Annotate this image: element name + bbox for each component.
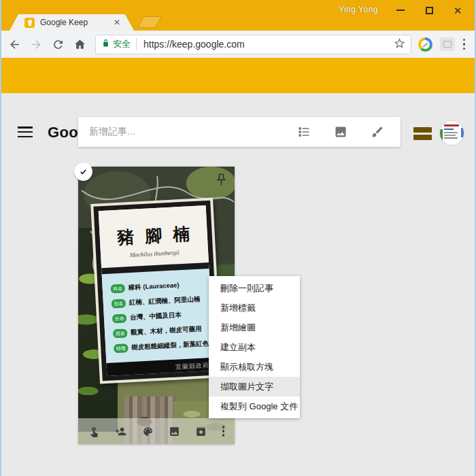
sign-badge: 特徵	[114, 343, 129, 353]
archive-button[interactable]	[195, 426, 207, 437]
keep-favicon-icon	[24, 18, 35, 28]
titlebar: Google Keep ✕ Ying Yong ✕	[1, 0, 475, 31]
maximize-icon	[426, 7, 433, 14]
home-button[interactable]	[71, 35, 88, 53]
reminder-button[interactable]	[88, 426, 100, 437]
tab-close-icon[interactable]: ✕	[114, 18, 120, 27]
menu-item-add-label[interactable]: 新增標籤	[209, 298, 300, 318]
back-icon	[8, 38, 21, 51]
tab-google-keep[interactable]: Google Keep ✕	[10, 14, 134, 31]
note-toolbar	[78, 418, 235, 444]
sign-text: 台灣、中國及日本	[130, 311, 182, 322]
omnibox-divider	[136, 38, 137, 50]
sign-badge: 別名	[112, 299, 126, 308]
sign-badge: 分布	[112, 313, 127, 323]
compose-bar[interactable]: 新增記事...	[78, 117, 401, 147]
sign-text: 觀賞、木材，樹皮可藥用	[131, 325, 202, 337]
window-controls: ✕	[386, 0, 472, 20]
minimize-icon	[396, 10, 405, 11]
sign-text: 樹皮粗糙細縱裂，新葉紅色	[131, 339, 209, 352]
new-tab-button[interactable]	[137, 16, 161, 28]
color-palette-button[interactable]	[142, 426, 154, 437]
address-bar[interactable]: 安全 https://keep.google.com	[95, 35, 411, 54]
browser-window: Google Keep ✕ Ying Yong ✕ 安全	[0, 0, 476, 476]
forward-icon	[30, 38, 43, 51]
reload-button[interactable]	[49, 35, 67, 53]
profile-name[interactable]: Ying Yong	[339, 5, 378, 14]
new-image-note-button[interactable]	[334, 125, 347, 139]
archive-icon	[195, 426, 207, 437]
secure-label: 安全	[113, 38, 131, 50]
maximize-button[interactable]	[415, 0, 443, 20]
check-icon	[79, 167, 88, 176]
sign-footer-text: 宜蘭縣政府	[175, 362, 209, 371]
forward-button[interactable]	[27, 35, 45, 53]
sign-badge: 用途	[113, 328, 128, 338]
sign-row: 別名 紅楠、紅潤楠、阿里山楠	[112, 294, 211, 309]
checklist-icon	[297, 125, 311, 139]
pin-icon	[216, 173, 227, 186]
menu-item-make-copy[interactable]: 建立副本	[209, 337, 300, 357]
plant-sign: 豬腳楠 Machilus thunbergii 科名 樟科 (Lauraceae…	[90, 197, 222, 384]
reminder-icon	[88, 426, 100, 437]
image-icon	[334, 125, 347, 139]
close-icon: ✕	[454, 5, 462, 16]
image-icon	[169, 426, 180, 437]
sign-title: 豬腳楠	[102, 222, 205, 250]
back-button[interactable]	[5, 35, 23, 53]
menu-item-show-checkboxes[interactable]: 顯示核取方塊	[209, 357, 300, 377]
compose-placeholder[interactable]: 新增記事...	[89, 126, 297, 138]
tab-title: Google Keep	[40, 18, 109, 27]
sign-text: 樟科 (Lauraceae)	[128, 281, 180, 292]
person-add-icon	[115, 426, 126, 437]
menu-item-delete-note[interactable]: 刪除一則記事	[209, 278, 300, 298]
new-drawing-button[interactable]	[371, 125, 384, 139]
pin-button[interactable]	[216, 173, 227, 186]
view-toggle-button[interactable]	[413, 127, 432, 140]
browser-menu-button[interactable]	[463, 39, 466, 50]
sign-text: 紅楠、紅潤楠、阿里山楠	[129, 295, 201, 307]
menu-item-grab-image-text[interactable]: 擷取圖片文字	[209, 377, 300, 396]
menu-item-copy-to-google-docs[interactable]: 複製到 Google 文件	[209, 396, 300, 416]
brush-icon	[371, 125, 384, 139]
sign-row: 用途 觀賞、木材，樹皮可藥用	[113, 324, 212, 339]
lock-icon[interactable]	[101, 38, 110, 50]
note-context-menu: 刪除一則記事 新增標籤 新增繪圖 建立副本 顯示核取方塊 擷取圖片文字 複製到 …	[209, 276, 300, 418]
extension-disabled-icon[interactable]	[440, 37, 455, 51]
keep-header: GoogleKeep 搜尋	[1, 58, 475, 93]
home-icon	[73, 38, 86, 51]
close-button[interactable]: ✕	[443, 0, 472, 20]
browser-toolbar: 安全 https://keep.google.com	[1, 31, 475, 58]
sign-badge: 科名	[110, 284, 125, 293]
add-image-button[interactable]	[169, 426, 180, 437]
collaborator-button[interactable]	[115, 426, 126, 437]
minimize-button[interactable]	[386, 0, 415, 20]
account-avatar[interactable]	[440, 121, 464, 145]
note-more-button[interactable]	[222, 426, 224, 436]
sign-row: 科名 樟科 (Lauraceae)	[110, 279, 209, 294]
note-selected-check[interactable]	[74, 163, 92, 181]
sign-row: 分布 台灣、中國及日本	[112, 309, 211, 324]
sign-row: 特徵 樹皮粗糙細縱裂，新葉紅色	[114, 339, 213, 354]
new-list-button[interactable]	[297, 125, 311, 139]
sign-latin-name: Machilus thunbergii	[103, 248, 205, 260]
reload-icon	[52, 38, 65, 51]
palette-icon	[142, 426, 154, 437]
main-menu-button[interactable]	[18, 126, 33, 137]
menu-item-add-drawing[interactable]: 新增繪圖	[209, 318, 300, 337]
extension-adblock-icon[interactable]	[418, 37, 432, 52]
bookmark-star-icon[interactable]	[394, 37, 405, 52]
url-text[interactable]: https://keep.google.com	[143, 39, 394, 50]
